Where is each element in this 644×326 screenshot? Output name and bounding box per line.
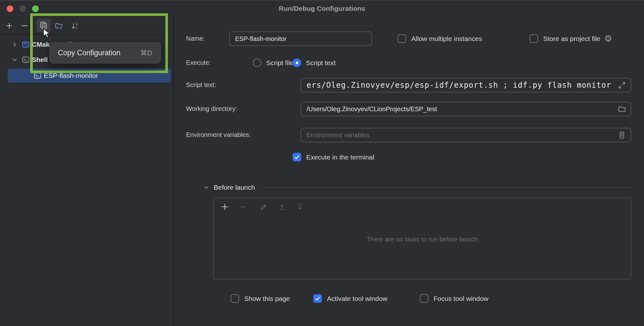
store-as-project-file-label: Store as project file xyxy=(543,34,600,43)
before-launch-divider xyxy=(262,187,631,188)
panel-divider[interactable] xyxy=(173,16,174,326)
before-launch-collapse-icon[interactable] xyxy=(203,184,210,191)
gear-icon[interactable]: ⚙ xyxy=(604,34,612,43)
move-task-up-icon xyxy=(278,203,286,211)
show-this-page-option[interactable]: Show this page xyxy=(231,294,290,303)
environment-variables-label: Environment variables: xyxy=(186,131,251,139)
environment-variables-input[interactable]: Environment variables xyxy=(301,128,631,142)
cmake-application-icon xyxy=(22,40,30,49)
show-this-page-label: Show this page xyxy=(244,294,290,303)
before-launch-title[interactable]: Before launch xyxy=(214,183,255,192)
execute-in-terminal-label: Execute in the terminal xyxy=(306,153,374,161)
focus-tool-window-checkbox[interactable] xyxy=(420,294,428,303)
move-task-down-icon xyxy=(296,203,304,211)
script-file-radio[interactable] xyxy=(253,58,261,67)
script-text-field-label: Script text: xyxy=(186,81,216,89)
add-configuration-icon[interactable] xyxy=(5,22,13,30)
script-text-radio[interactable] xyxy=(293,58,301,67)
svg-text:z: z xyxy=(76,26,78,30)
add-task-icon[interactable] xyxy=(221,203,229,211)
tooltip-shortcut: ⌘D xyxy=(140,49,152,57)
dialog-title: Run/Debug Configurations xyxy=(0,5,644,12)
before-launch-empty-text: There are no tasks to run before launch xyxy=(214,236,631,243)
activate-tool-window-option[interactable]: Activate tool window xyxy=(313,294,387,303)
edit-task-icon xyxy=(260,203,268,211)
script-text-label: Script text xyxy=(306,58,336,67)
run-debug-configurations-dialog: Run/Debug Configurations a z xyxy=(0,0,644,326)
expand-field-icon[interactable] xyxy=(618,81,626,90)
browse-folder-icon[interactable] xyxy=(618,105,626,113)
tree-item-esp-flash-monitor-selected[interactable]: ESP-flash-monitor xyxy=(8,69,171,83)
toolbar-divider xyxy=(0,34,173,34)
activate-tool-window-checkbox[interactable] xyxy=(313,294,322,303)
chevron-down-icon[interactable] xyxy=(11,56,18,64)
environment-variables-placeholder: Environment variables xyxy=(307,132,615,139)
remove-task-icon xyxy=(239,203,247,211)
working-directory-value: /Users/Oleg.Zinovyev/CLionProjects/ESP_t… xyxy=(307,105,615,113)
sort-configurations-icon[interactable]: a z xyxy=(71,22,80,31)
store-as-project-file-checkbox[interactable] xyxy=(530,34,538,43)
svg-text:a: a xyxy=(76,22,78,26)
shell-script-icon xyxy=(33,71,42,80)
working-directory-label: Working directory: xyxy=(186,105,237,113)
allow-multiple-instances-option[interactable]: Allow multiple instances xyxy=(398,34,482,43)
execute-label: Execute: xyxy=(186,58,211,67)
browse-variables-icon[interactable] xyxy=(618,131,626,139)
script-file-radio-option[interactable]: Script file xyxy=(253,58,294,67)
tooltip-label: Copy Configuration xyxy=(58,49,121,57)
activate-tool-window-label: Activate tool window xyxy=(327,294,387,303)
show-this-page-checkbox[interactable] xyxy=(231,294,239,303)
allow-multiple-instances-label: Allow multiple instances xyxy=(411,34,482,43)
name-input[interactable]: ESP-flash-monitor xyxy=(229,31,372,46)
name-value: ESP-flash-monitor xyxy=(235,35,367,43)
execute-in-terminal-option[interactable]: Execute in the terminal xyxy=(293,153,374,161)
focus-tool-window-option[interactable]: Focus tool window xyxy=(420,294,488,303)
script-text-radio-option[interactable]: Script text xyxy=(293,58,336,67)
checkmark-icon xyxy=(294,154,300,160)
script-text-value: ers/Oleg.Zinovyev/esp/esp-idf/export.sh … xyxy=(307,81,615,90)
before-launch-panel: There are no tasks to run before launch xyxy=(213,198,631,280)
checkmark-icon xyxy=(315,295,321,302)
mouse-cursor-icon xyxy=(42,28,52,39)
new-folder-icon[interactable] xyxy=(55,22,63,30)
copy-configuration-tooltip: Copy Configuration ⌘D xyxy=(49,42,161,64)
allow-multiple-instances-checkbox[interactable] xyxy=(398,34,406,43)
focus-tool-window-label: Focus tool window xyxy=(433,294,488,303)
script-text-input[interactable]: ers/Oleg.Zinovyev/esp/esp-idf/export.sh … xyxy=(301,78,631,92)
chevron-right-icon[interactable] xyxy=(11,41,18,48)
shell-script-icon xyxy=(22,56,30,64)
execute-in-terminal-checkbox[interactable] xyxy=(293,153,301,161)
remove-configuration-icon[interactable] xyxy=(20,22,29,30)
store-as-project-file-option[interactable]: Store as project file ⚙ xyxy=(530,34,612,43)
name-label: Name: xyxy=(186,34,205,43)
tree-item-label: ESP-flash-monitor xyxy=(44,72,98,79)
working-directory-input[interactable]: /Users/Oleg.Zinovyev/CLionProjects/ESP_t… xyxy=(301,102,631,116)
script-file-label: Script file xyxy=(266,58,294,67)
